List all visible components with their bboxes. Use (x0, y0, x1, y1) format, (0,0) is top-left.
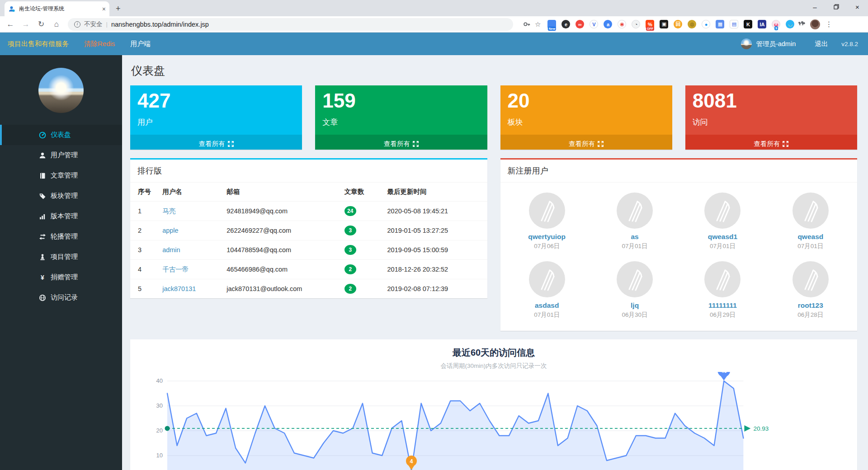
sidebar-item-捐赠管理[interactable]: ¥捐赠管理 (0, 267, 122, 287)
new-user-avatar[interactable] (529, 261, 565, 297)
username-link[interactable]: admin (162, 246, 180, 254)
new-user-name[interactable]: qwertyuiop (503, 233, 591, 241)
extension-icon[interactable]: ω9 (772, 20, 780, 28)
sidebar-item-板块管理[interactable]: 板块管理 (0, 186, 122, 206)
extension-icon[interactable]: ∞ (576, 20, 584, 28)
extension-icon[interactable]: 回 (674, 20, 682, 28)
address-bar[interactable]: i 不安全 | nanshengbbs.top/admin/index.jsp (68, 18, 513, 31)
key-icon[interactable] (523, 20, 531, 28)
new-user-cell: qwertyuiop07月06日 (503, 193, 591, 250)
new-user-cell: ljq06月30日 (591, 261, 679, 319)
tag-icon (39, 193, 46, 200)
new-user-avatar[interactable] (529, 193, 565, 229)
extension-icon[interactable]: ▤ (730, 20, 738, 28)
tab-close-icon[interactable]: × (102, 5, 106, 13)
loop-icon (39, 233, 46, 240)
stat-value: 20 (508, 90, 665, 112)
window-minimize-button[interactable]: – (804, 0, 826, 14)
extension-icon[interactable]: a (604, 20, 612, 28)
admin-menu[interactable]: 管理员-admin (734, 38, 803, 49)
extension-badge: OFF (646, 27, 654, 31)
extension-icon[interactable]: %OFF (646, 20, 654, 28)
extension-icon[interactable]: ● (702, 20, 710, 28)
new-user-avatar[interactable] (793, 261, 829, 297)
extensions-puzzle-icon[interactable] (798, 20, 806, 28)
extension-icon[interactable]: ▦ (716, 20, 724, 28)
extension-icon[interactable]: ◍ (688, 20, 696, 28)
navbar-link-user-site[interactable]: 用户端 (123, 33, 158, 55)
username-link[interactable]: apple (162, 227, 178, 234)
extension-icon[interactable]: IA (758, 20, 766, 28)
new-user-name[interactable]: root123 (767, 301, 854, 310)
new-user-date: 06月28日 (767, 311, 854, 319)
forward-icon[interactable]: → (19, 20, 33, 29)
new-user-avatar[interactable] (617, 261, 653, 297)
new-tab-button[interactable]: + (116, 4, 121, 16)
new-user-date: 07月01日 (767, 242, 854, 250)
extension-icon[interactable]: ◔ (632, 20, 640, 28)
new-user-name[interactable]: 11111111 (679, 301, 766, 310)
ranking-table-row: 4千古一帝465466986@qq.com22018-12-26 20:32:5… (130, 260, 487, 279)
sidebar-item-轮播管理[interactable]: 轮播管理 (0, 226, 122, 247)
new-user-avatar[interactable] (793, 193, 829, 229)
back-icon[interactable]: ← (4, 20, 17, 29)
new-user-avatar[interactable] (617, 193, 653, 229)
extension-icon[interactable]: e (561, 20, 570, 28)
new-user-name[interactable]: asdasd (503, 301, 591, 310)
info-icon[interactable]: i (74, 21, 80, 28)
username-link[interactable]: jack870131 (162, 285, 196, 292)
new-user-name[interactable]: as (591, 233, 679, 241)
sidebar-item-版本管理[interactable]: 版本管理 (0, 206, 122, 226)
sidebar-menu: 仪表盘用户管理文章管理板块管理版本管理轮播管理项目管理¥捐赠管理访问记录 (0, 125, 122, 308)
new-user-date: 06月29日 (679, 311, 766, 319)
view-all-label: 查看所有 (569, 140, 595, 148)
stat-value: 8081 (693, 90, 850, 112)
home-icon[interactable]: ⌂ (50, 20, 63, 29)
browser-tab[interactable]: 南生论坛-管理系统 × (5, 1, 109, 16)
navbar-link-clear-redis[interactable]: 清除Redis (76, 33, 123, 55)
toolbar-right: ☆ Newe∞Va◉◔%OFF▣回◍●▦▤KIAω9◡ ⋮ (523, 19, 833, 29)
sidebar-item-访问记录[interactable]: 访问记录 (0, 287, 122, 308)
view-all-button[interactable]: 查看所有 (500, 135, 672, 150)
window-close-button[interactable]: × (847, 0, 868, 14)
admin-avatar (741, 38, 752, 49)
new-user-name[interactable]: qweasd1 (679, 233, 766, 241)
logout-button[interactable]: 退出 (803, 40, 840, 48)
sidebar-item-文章管理[interactable]: 文章管理 (0, 165, 122, 186)
globe-icon (39, 294, 46, 301)
user-email: 924818949@qq.com (223, 202, 341, 221)
reload-icon[interactable]: ↻ (34, 19, 48, 29)
ranking-table-row: 2apple2622469227@qq.com32019-01-05 13:27… (130, 221, 487, 240)
extension-icon[interactable]: V (590, 20, 598, 28)
new-user-avatar[interactable] (704, 261, 741, 297)
view-all-button[interactable]: 查看所有 (315, 135, 487, 150)
sidebar-item-用户管理[interactable]: 用户管理 (0, 145, 122, 165)
browser-profile-avatar[interactable] (810, 19, 820, 29)
new-user-avatar[interactable] (704, 193, 741, 229)
browser-menu-icon[interactable]: ⋮ (824, 20, 833, 28)
stat-label: 板块 (508, 117, 665, 127)
expand-arrows-icon (413, 141, 419, 147)
svg-text:10: 10 (156, 452, 163, 459)
navbar-link-project-sale[interactable]: 项目出售和有偿服务 (0, 33, 76, 55)
extension-icon[interactable]: ◉ (618, 20, 626, 28)
rank-index: 4 (130, 260, 159, 279)
yen-icon: ¥ (39, 274, 46, 281)
stat-card-body: 20板块 (500, 85, 672, 135)
username-link[interactable]: 千古一帝 (162, 266, 189, 273)
sidebar: 仪表盘用户管理文章管理板块管理版本管理轮播管理项目管理¥捐赠管理访问记录 (0, 55, 122, 470)
sidebar-item-仪表盘[interactable]: 仪表盘 (0, 125, 122, 145)
extension-icon[interactable]: ▣ (660, 20, 668, 28)
username-link[interactable]: 马亮 (162, 207, 175, 215)
new-user-name[interactable]: ljq (591, 301, 679, 310)
sidebar-item-项目管理[interactable]: 项目管理 (0, 247, 122, 267)
window-restore-button[interactable] (826, 0, 847, 14)
extension-icon[interactable]: K (744, 20, 752, 28)
extension-icon[interactable]: New (547, 20, 556, 28)
extension-icon[interactable]: ◡ (786, 20, 794, 28)
rank-index: 1 (130, 202, 159, 221)
bookmark-star-icon[interactable]: ☆ (535, 20, 541, 28)
new-user-name[interactable]: qweasd (767, 233, 854, 241)
view-all-button[interactable]: 查看所有 (685, 135, 857, 150)
view-all-button[interactable]: 查看所有 (130, 135, 302, 150)
